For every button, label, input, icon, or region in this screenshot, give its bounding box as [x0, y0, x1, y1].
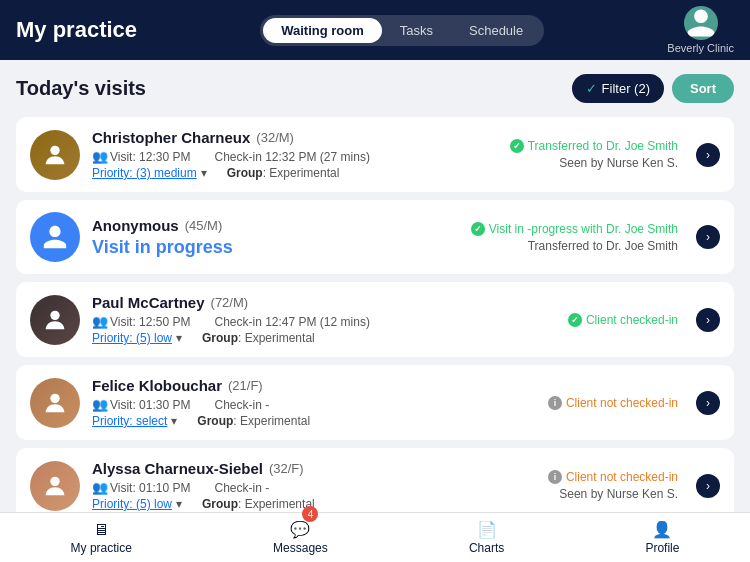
svg-point-2 — [50, 393, 59, 402]
patient-info: Christopher Charneux (32/M) 👥Visit: 12:3… — [92, 129, 466, 180]
filter-button[interactable]: ✓ Filter (2) — [572, 74, 664, 103]
profile-icon: 👤 — [652, 520, 672, 539]
chevron-down-icon[interactable]: ▾ — [176, 331, 182, 345]
priority-link[interactable]: Priority: select — [92, 414, 167, 428]
svg-point-3 — [50, 476, 59, 485]
bottom-nav: 🖥 My practice 💬 4 Messages 📄 Charts 👤 Pr… — [0, 512, 750, 562]
chevron-down-icon[interactable]: ▾ — [201, 166, 207, 180]
expand-arrow[interactable]: › — [696, 143, 720, 167]
visit-time: 👥Visit: 01:30 PM — [92, 397, 190, 412]
visit-time: 👥Visit: 12:50 PM — [92, 314, 190, 329]
nav-item-profile[interactable]: 👤 Profile — [633, 516, 691, 559]
priority-link[interactable]: Priority: (5) low — [92, 331, 172, 345]
status-text-2: Transferred to Dr. Joe Smith — [528, 239, 678, 253]
priority-row: Priority: select ▾ Group: Experimental — [92, 414, 466, 428]
patient-info: Anonymous (45/M) Visit in progress — [92, 217, 459, 258]
patient-meta: (72/M) — [211, 295, 249, 310]
nav-label-profile: Profile — [645, 541, 679, 555]
messages-icon: 💬 — [290, 520, 310, 539]
clinic-avatar[interactable] — [684, 6, 718, 40]
patient-card: Alyssa Charneux-Siebel (32/F) 👥Visit: 01… — [16, 448, 734, 512]
svg-point-0 — [50, 145, 59, 154]
expand-arrow[interactable]: › — [696, 474, 720, 498]
nav-item-charts[interactable]: 📄 Charts — [457, 516, 516, 559]
status-dot-info: i — [548, 470, 562, 484]
patient-meta: (32/F) — [269, 461, 304, 476]
priority-row: Priority: (5) low ▾ Group: Experimental — [92, 331, 466, 345]
patient-meta: (45/M) — [185, 218, 223, 233]
clinic-info: Beverly Clinic — [667, 6, 734, 54]
priority-link[interactable]: Priority: (5) low — [92, 497, 172, 511]
detail-row: 👥Visit: 12:30 PM Check-in 12:32 PM (27 m… — [92, 149, 466, 164]
nav-label-charts: Charts — [469, 541, 504, 555]
patient-name: Felice Klobouchar — [92, 377, 222, 394]
priority-link[interactable]: Priority: (3) medium — [92, 166, 197, 180]
chevron-down-icon[interactable]: ▾ — [176, 497, 182, 511]
priority-row: Priority: (3) medium ▾ Group: Experiment… — [92, 166, 466, 180]
status-text-1: Transferred to Dr. Joe Smith — [510, 139, 678, 153]
expand-arrow[interactable]: › — [696, 308, 720, 332]
checkin-time: Check-in - — [214, 398, 269, 412]
visit-in-progress: Visit in progress — [92, 237, 459, 258]
chevron-down-icon[interactable]: ▾ — [171, 414, 177, 428]
status-text-1: i Client not checked-in — [548, 470, 678, 484]
patient-info: Alyssa Charneux-Siebel (32/F) 👥Visit: 01… — [92, 460, 466, 511]
group-label: Group: Experimental — [202, 497, 315, 511]
nav-label-practice: My practice — [71, 541, 132, 555]
patient-card: Felice Klobouchar (21/F) 👥Visit: 01:30 P… — [16, 365, 734, 440]
patient-name: Alyssa Charneux-Siebel — [92, 460, 263, 477]
practice-icon: 🖥 — [93, 521, 109, 539]
status-text-1: Visit in -progress with Dr. Joe Smith — [471, 222, 678, 236]
patient-card: Paul McCartney (72/M) 👥Visit: 12:50 PM C… — [16, 282, 734, 357]
main-content: Today's visits ✓ Filter (2) Sort Christo… — [0, 60, 750, 512]
status-text-1: Client checked-in — [568, 313, 678, 327]
status-section: i Client not checked-in — [478, 396, 678, 410]
patient-name: Christopher Charneux — [92, 129, 250, 146]
patient-name: Paul McCartney — [92, 294, 205, 311]
expand-arrow[interactable]: › — [696, 225, 720, 249]
tab-schedule[interactable]: Schedule — [451, 18, 541, 43]
patient-info: Paul McCartney (72/M) 👥Visit: 12:50 PM C… — [92, 294, 466, 345]
checkin-time: Check-in 12:47 PM (12 mins) — [214, 315, 369, 329]
tab-waiting-room[interactable]: Waiting room — [263, 18, 382, 43]
status-dot-green — [510, 139, 524, 153]
name-row: Anonymous (45/M) — [92, 217, 459, 234]
group-label: Group: Experimental — [197, 414, 310, 428]
app-title: My practice — [16, 17, 137, 43]
people-icon: 👥 — [92, 149, 108, 164]
detail-row: 👥Visit: 01:30 PM Check-in - — [92, 397, 466, 412]
tab-tasks[interactable]: Tasks — [382, 18, 451, 43]
detail-row: 👥Visit: 12:50 PM Check-in 12:47 PM (12 m… — [92, 314, 466, 329]
expand-arrow[interactable]: › — [696, 391, 720, 415]
status-section: Client checked-in — [478, 313, 678, 327]
avatar — [30, 461, 80, 511]
visit-time: 👥Visit: 01:10 PM — [92, 480, 190, 495]
messages-badge: 4 — [302, 506, 318, 522]
status-dot-green — [568, 313, 582, 327]
name-row: Alyssa Charneux-Siebel (32/F) — [92, 460, 466, 477]
visits-title: Today's visits — [16, 77, 146, 100]
clinic-name: Beverly Clinic — [667, 42, 734, 54]
header-actions: ✓ Filter (2) Sort — [572, 74, 734, 103]
svg-point-1 — [50, 310, 59, 319]
status-section: Visit in -progress with Dr. Joe Smith Tr… — [471, 222, 678, 253]
patient-name: Anonymous — [92, 217, 179, 234]
patient-meta: (32/M) — [256, 130, 294, 145]
people-icon: 👥 — [92, 397, 108, 412]
name-row: Paul McCartney (72/M) — [92, 294, 466, 311]
status-section: Transferred to Dr. Joe Smith Seen by Nur… — [478, 139, 678, 170]
people-icon: 👥 — [92, 314, 108, 329]
status-dot-info: i — [548, 396, 562, 410]
sort-button[interactable]: Sort — [672, 74, 734, 103]
nav-label-messages: Messages — [273, 541, 328, 555]
visits-header: Today's visits ✓ Filter (2) Sort — [16, 74, 734, 103]
name-row: Felice Klobouchar (21/F) — [92, 377, 466, 394]
avatar — [30, 212, 80, 262]
status-text-1: i Client not checked-in — [548, 396, 678, 410]
main-nav: Waiting room Tasks Schedule — [260, 15, 544, 46]
nav-item-messages[interactable]: 💬 4 Messages — [261, 516, 340, 559]
charts-icon: 📄 — [477, 520, 497, 539]
nav-item-practice[interactable]: 🖥 My practice — [59, 517, 144, 559]
patient-card: Anonymous (45/M) Visit in progress Visit… — [16, 200, 734, 274]
detail-row: 👥Visit: 01:10 PM Check-in - — [92, 480, 466, 495]
